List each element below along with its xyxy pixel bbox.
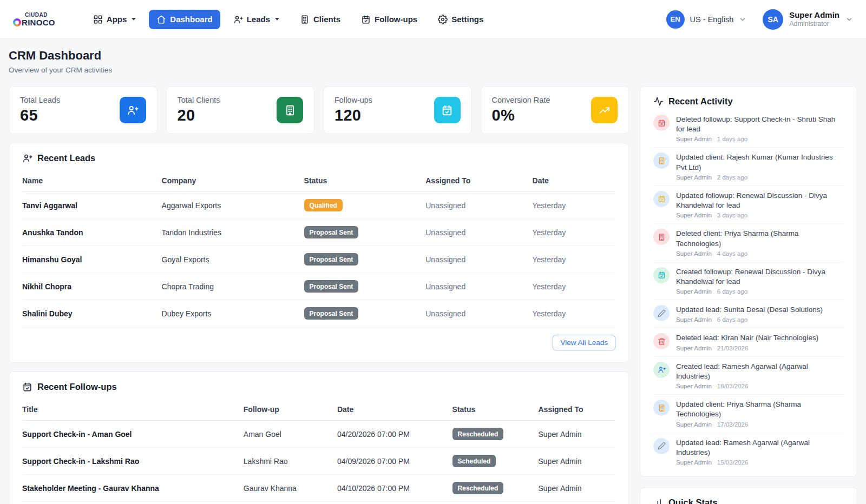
- building-icon: [653, 152, 670, 169]
- activity-list: Deleted followup: Support Check-in - Shr…: [653, 110, 844, 470]
- recent-followups-title: Recent Follow-ups: [37, 382, 117, 392]
- quick-stats-card: Quick Stats Closed 8 Contacted 14 New 15: [640, 487, 857, 504]
- stat-cards: Total Leads 65 Total Clients 20 Follow-u…: [9, 86, 629, 134]
- followup-date: 04/16/2026 07:00 PM: [337, 502, 452, 504]
- list-item: Updated lead: Sunita Desai (Desai Soluti…: [653, 300, 844, 328]
- table-row: Support Check-in - Aman Goel Aman Goel 0…: [22, 421, 615, 448]
- followup-title: Stakeholder Meeting - Gaurav Khanna: [22, 475, 244, 502]
- stat-card-total-clients: Total Clients 20: [166, 86, 315, 134]
- followup-person: Lakshmi Rao: [244, 448, 337, 475]
- lead-assigned: Unassigned: [425, 192, 532, 219]
- activity-time: 6 days ago: [717, 316, 747, 323]
- avatar: SA: [763, 9, 783, 30]
- language-label: US - English: [690, 15, 734, 24]
- lead-name: Himanshu Goyal: [22, 246, 162, 273]
- activity-user: Super Admin: [676, 250, 712, 257]
- activity-text: Updated lead: Sunita Desai (Desai Soluti…: [676, 305, 823, 315]
- nav-item-settings[interactable]: Settings: [430, 10, 491, 29]
- column-header: Date: [337, 400, 452, 421]
- nav-clients-label: Clients: [313, 15, 340, 24]
- followup-assigned: Super Admin: [538, 502, 615, 504]
- lead-name: Nikhil Chopra: [22, 273, 162, 300]
- activity-time: 1 days ago: [717, 136, 747, 142]
- calendar-check-icon: [22, 382, 32, 392]
- activity-user: Super Admin: [676, 212, 712, 218]
- user-menu[interactable]: SA Super Admin Administrator: [763, 9, 853, 30]
- lead-date: Yesterday: [533, 246, 615, 273]
- stat-value: 20: [178, 107, 220, 124]
- status-badge: Scheduled: [452, 455, 496, 467]
- stat-label: Conversion Rate: [492, 96, 550, 104]
- nav-item-followups[interactable]: Follow-ups: [353, 10, 425, 29]
- activity-text: Updated client: Priya Sharma (Sharma Tec…: [676, 400, 844, 419]
- stat-value: 65: [20, 107, 60, 124]
- followup-person: Gaurav Khanna: [244, 475, 337, 502]
- table-row: Tanvi Aggarwal Aggarwal Exports Qualifie…: [22, 192, 615, 219]
- top-navbar: CIUDAD RINOCO Apps Dashboard Leads Clien…: [0, 0, 866, 39]
- trending-up-icon: [591, 97, 618, 123]
- lead-assigned: Unassigned: [425, 300, 532, 327]
- list-item: Deleted lead: Kiran Nair (Nair Technolog…: [653, 328, 844, 356]
- followup-assigned: Super Admin: [538, 421, 615, 448]
- bar-chart-icon: [653, 498, 664, 504]
- table-row: Solution Presentation - Tanvi Aggarwal T…: [22, 502, 615, 504]
- lead-name: Anushka Tandon: [22, 219, 162, 246]
- activity-time: 18/03/2026: [717, 383, 749, 389]
- followup-title: Support Check-in - Aman Goel: [22, 421, 244, 448]
- view-all-leads-button[interactable]: View All Leads: [553, 335, 615, 350]
- activity-text: Created lead: Ramesh Agarwal (Agarwal In…: [676, 362, 844, 381]
- followup-date: 04/10/2026 07:00 PM: [337, 475, 452, 502]
- home-icon: [156, 15, 166, 24]
- table-row: Nikhil Chopra Chopra Trading Proposal Se…: [22, 273, 615, 300]
- activity-text: Deleted followup: Support Check-in - Shr…: [676, 115, 844, 134]
- activity-time: 4 days ago: [717, 250, 747, 257]
- table-row: Anushka Tandon Tandon Industries Proposa…: [22, 219, 615, 246]
- lead-company: Aggarwal Exports: [162, 192, 304, 219]
- chevron-down-icon: [845, 16, 853, 23]
- status-badge: Rescheduled: [452, 482, 504, 494]
- table-row: Himanshu Goyal Goyal Exports Proposal Se…: [22, 246, 615, 273]
- user-role: Administrator: [789, 20, 839, 28]
- nav-item-leads[interactable]: Leads: [226, 10, 287, 29]
- recent-leads-table: Name Company Status Assigned To Date Tan…: [22, 171, 615, 327]
- followup-assigned: Super Admin: [538, 475, 615, 502]
- pencil-icon: [653, 438, 670, 454]
- list-item: Created lead: Ramesh Agarwal (Agarwal In…: [653, 357, 844, 395]
- stat-value: 0%: [492, 107, 550, 124]
- followup-person: Aman Goel: [244, 421, 337, 448]
- stat-card-followups: Follow-ups 120: [323, 86, 472, 134]
- status-badge: Proposal Sent: [304, 226, 359, 238]
- followup-title: Solution Presentation - Tanvi Aggarwal: [22, 502, 244, 504]
- nav-followups-label: Follow-ups: [375, 15, 417, 24]
- followup-person: Tanvi Aggarwal: [244, 502, 337, 504]
- activity-text: Created followup: Renewal Discussion - D…: [676, 267, 844, 287]
- activity-text: Deleted client: Priya Sharma (Sharma Tec…: [676, 229, 844, 248]
- main-nav: Apps Dashboard Leads Clients Follow-ups …: [86, 10, 491, 29]
- stat-card-conversion-rate: Conversion Rate 0%: [481, 86, 629, 134]
- language-selector[interactable]: EN US - English: [666, 10, 747, 29]
- dashboard-page: CRM Dashboard Overview of your CRM activ…: [0, 39, 866, 504]
- column-header: Company: [162, 171, 304, 192]
- recent-activity-title: Recent Activity: [668, 96, 733, 107]
- stat-label: Total Clients: [178, 96, 220, 104]
- followup-assigned: Super Admin: [538, 448, 615, 475]
- chevron-down-icon: [739, 16, 746, 23]
- nav-item-clients[interactable]: Clients: [292, 10, 348, 29]
- language-badge: EN: [666, 10, 685, 29]
- recent-leads-title: Recent Leads: [37, 153, 95, 163]
- quick-stats-title: Quick Stats: [668, 498, 718, 504]
- activity-time: 15/03/2026: [717, 459, 749, 466]
- list-item: Deleted followup: Support Check-in - Shr…: [653, 110, 844, 148]
- nav-item-dashboard[interactable]: Dashboard: [149, 10, 220, 29]
- list-item: Updated lead: Ramesh Agarwal (Agarwal In…: [653, 433, 844, 470]
- nav-item-apps[interactable]: Apps: [86, 10, 144, 29]
- list-item: Created followup: Renewal Discussion - D…: [653, 262, 844, 300]
- activity-time: 2 days ago: [717, 174, 747, 181]
- lead-company: Tandon Industries: [162, 219, 304, 246]
- activity-user: Super Admin: [676, 288, 712, 295]
- lead-name: Tanvi Aggarwal: [22, 192, 162, 219]
- activity-time: 3 days ago: [717, 212, 747, 218]
- brand-logo[interactable]: CIUDAD RINOCO: [13, 12, 55, 26]
- chevron-down-icon: [132, 18, 136, 21]
- column-header: Name: [22, 171, 162, 192]
